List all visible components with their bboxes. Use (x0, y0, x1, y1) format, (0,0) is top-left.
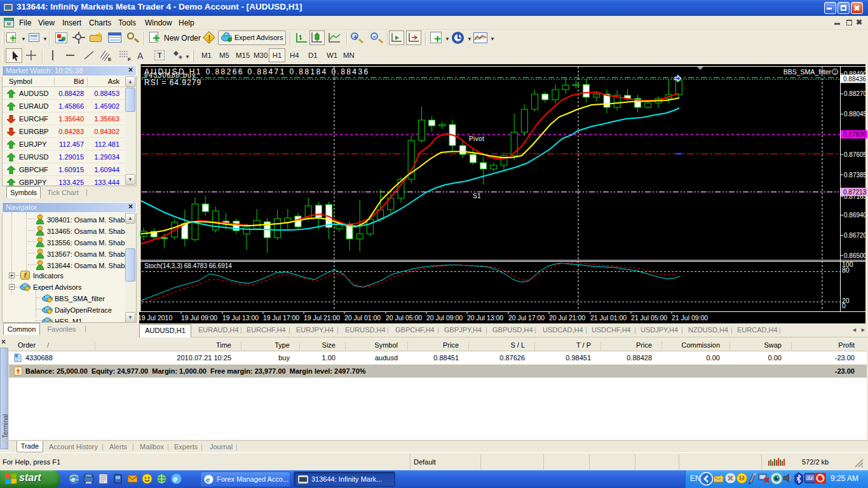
svg-text:19 Jul 13:00: 19 Jul 13:00 (222, 314, 259, 322)
svg-text:20 Jul 13:00: 20 Jul 13:00 (467, 314, 503, 322)
svg-text:0.86940: 0.86940 (844, 212, 867, 219)
svg-text:19 Jul 17:00: 19 Jul 17:00 (263, 314, 299, 322)
svg-text:20 Jul 05:00: 20 Jul 05:00 (386, 314, 422, 322)
svg-text:21 Jul 05:00: 21 Jul 05:00 (631, 314, 667, 322)
svg-text:80: 80 (842, 266, 850, 274)
svg-text:20 Jul 21:00: 20 Jul 21:00 (549, 314, 585, 322)
svg-text:0.87605: 0.87605 (844, 151, 867, 158)
svg-text:e: e (173, 475, 178, 484)
svg-text:0.88045: 0.88045 (844, 111, 867, 118)
svg-text:0.88436: 0.88436 (843, 76, 867, 83)
svg-text:0.87213: 0.87213 (843, 189, 867, 196)
svg-text:21 Jul 09:00: 21 Jul 09:00 (672, 314, 708, 322)
svg-text:Pivot: Pivot (469, 135, 484, 142)
svg-text:E: E (108, 57, 112, 62)
svg-text:0.86720: 0.86720 (844, 232, 867, 239)
svg-text:20 Jul 01:00: 20 Jul 01:00 (344, 314, 381, 322)
svg-text:19 Jul 21:00: 19 Jul 21:00 (304, 314, 340, 322)
svg-text:19 Jul 09:00: 19 Jul 09:00 (181, 314, 217, 322)
svg-text:0: 0 (842, 302, 846, 309)
svg-text:BBS_SMA_filter: BBS_SMA_filter (783, 68, 832, 76)
svg-text:21 Jul 01:00: 21 Jul 01:00 (590, 314, 627, 322)
svg-text:0.88270: 0.88270 (844, 90, 867, 97)
svg-text:Stoch(14,3,3) 68.4783 66.6914: Stoch(14,3,3) 68.4783 66.6914 (144, 262, 232, 269)
svg-text:S1: S1 (473, 193, 481, 200)
svg-text:0.87836: 0.87836 (843, 131, 867, 138)
svg-text:20 Jul 17:00: 20 Jul 17:00 (508, 314, 545, 322)
svg-text:F: F (128, 57, 131, 62)
svg-text:JU: JU (806, 475, 813, 481)
svg-text:RSI = 64.9279: RSI = 64.9279 (144, 78, 201, 87)
svg-text:0.87385: 0.87385 (844, 172, 867, 179)
svg-text:0.86500: 0.86500 (844, 252, 867, 259)
svg-text:e: e (206, 476, 210, 484)
svg-text:19 Jul 2010: 19 Jul 2010 (139, 314, 172, 322)
svg-text:20 Jul 09:00: 20 Jul 09:00 (426, 314, 463, 322)
svg-text:AUDUSD,H1 0.88266 0.88471 0.8: AUDUSD,H1 0.88266 0.88471 0.88184 0.8843… (144, 67, 370, 76)
svg-text:e: e (71, 475, 75, 483)
